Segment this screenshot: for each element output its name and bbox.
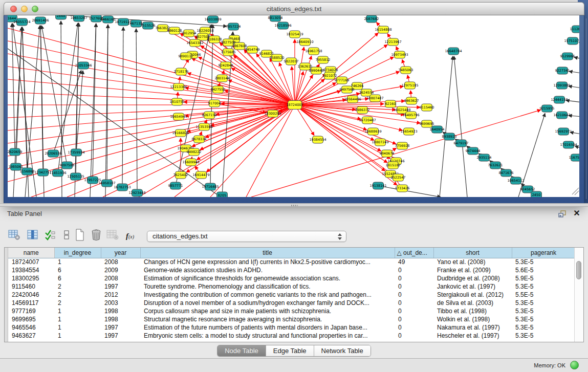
tab-edge-table[interactable]: Edge Table	[266, 345, 314, 356]
canvas-resize-grip-icon[interactable]	[572, 188, 579, 195]
table-cell[interactable]: 1	[54, 315, 101, 323]
table-cell[interactable]: 2012	[101, 291, 140, 299]
table-cell[interactable]: 14569117	[8, 299, 54, 307]
graph-node[interactable]: 12093885	[553, 82, 570, 89]
graph-node[interactable]: 7515526	[141, 22, 156, 29]
table-cell[interactable]: 0	[395, 274, 433, 282]
graph-node[interactable]: 6479197	[454, 140, 469, 147]
table-cell[interactable]: 2	[54, 282, 101, 291]
table-cell[interactable]: 9463627	[8, 332, 54, 340]
graph-node[interactable]: 9242848	[219, 62, 233, 69]
graph-node[interactable]: 18640910	[296, 38, 313, 46]
table-cell[interactable]: Investigating the contribution of common…	[140, 291, 395, 299]
graph-node[interactable]: 8678334	[192, 136, 207, 143]
select-columns-button[interactable]	[43, 228, 57, 244]
graph-node[interactable]: 20691406	[32, 17, 49, 24]
table-cell[interactable]: Corpus callosum shape and size in male p…	[140, 307, 395, 315]
table-cell[interactable]: Disruption of a novel member of a sodium…	[140, 299, 395, 307]
table-cell[interactable]: 1	[54, 258, 101, 266]
graph-node[interactable]: 8813054	[268, 15, 283, 21]
table-row[interactable]: 1456911722003Disruption of a novel membe…	[8, 299, 575, 307]
row-height-button[interactable]	[59, 228, 74, 244]
graph-node[interactable]: 12213967	[384, 38, 401, 46]
graph-node[interactable]: 5912954	[182, 30, 197, 37]
tab-node-table[interactable]: Node Table	[217, 345, 266, 356]
graph-node[interactable]: 10653287	[70, 15, 87, 21]
table-row[interactable]: 2242004622012Investigating the contribut…	[8, 291, 575, 299]
table-cell[interactable]: 9777169	[8, 307, 54, 315]
table-row[interactable]: 1938455462009Genome-wide association stu…	[8, 266, 575, 274]
graph-node[interactable]: 1112684	[570, 26, 579, 33]
graph-node[interactable]: 9498222	[187, 148, 202, 156]
close-panel-icon[interactable]: ✕	[573, 209, 581, 218]
table-cell[interactable]: de Silva et al. (2003)	[433, 299, 512, 307]
table-cell[interactable]: 0	[395, 282, 433, 291]
table-row[interactable]: 946362711997Embryonic stem cells: a mode…	[8, 332, 575, 340]
graph-node[interactable]: 12505135	[67, 173, 84, 180]
graph-node[interactable]: 12213386	[170, 83, 187, 91]
column-header-title[interactable]: title	[140, 248, 395, 258]
table-cell[interactable]: 49	[395, 258, 433, 266]
graph-node[interactable]: 8938923	[442, 133, 457, 140]
graph-node[interactable]: 8186328	[207, 36, 222, 43]
graph-node[interactable]: 9227341	[555, 67, 570, 74]
table-cell[interactable]: 9115460	[8, 282, 54, 291]
graph-node[interactable]: 8454749	[245, 46, 260, 53]
table-cell[interactable]: Wolkin et al. (1998)	[433, 315, 512, 323]
table-cell[interactable]: 5.3E-5	[512, 299, 575, 307]
table-cell[interactable]: 19384554	[8, 266, 54, 274]
table-cell[interactable]: 1997	[101, 323, 140, 332]
table-cell[interactable]: Stergiakouli et al. (2012)	[433, 291, 512, 299]
table-row[interactable]: 911546021997Tourette syndrome. Phenomeno…	[8, 282, 575, 291]
graph-node[interactable]: 7625402	[173, 171, 188, 179]
column-header-short[interactable]: short	[433, 248, 512, 258]
table-cell[interactable]: 5.3E-5	[512, 307, 575, 315]
graph-node[interactable]: 9463627	[404, 97, 419, 104]
table-cell[interactable]: 5.9E-5	[512, 274, 575, 282]
panel-splitter[interactable]	[0, 203, 588, 207]
graph-node[interactable]: 7485063	[399, 67, 413, 74]
graph-node[interactable]: 9699695	[420, 120, 434, 127]
column-header-pagerank[interactable]: pagerank	[512, 248, 575, 258]
table-cell[interactable]: 6	[54, 274, 101, 282]
graph-node[interactable]: 8205	[217, 192, 228, 197]
table-cell[interactable]: 1998	[101, 307, 140, 315]
graph-node[interactable]: 7857224	[226, 23, 241, 30]
table-cell[interactable]: 2	[54, 291, 101, 299]
graph-node[interactable]: 1167533	[569, 154, 579, 161]
graph-node[interactable]: 2087682	[364, 15, 379, 23]
graph-node[interactable]: 8990448	[309, 67, 324, 74]
column-header-in_degree[interactable]: in_degree	[54, 248, 101, 258]
graph-node[interactable]: 9890112	[179, 53, 193, 60]
graph-node[interactable]: 15751074	[564, 37, 579, 45]
graph-node[interactable]: 16033809	[204, 16, 221, 23]
table-cell[interactable]: 5.3E-5	[512, 323, 575, 332]
graph-node[interactable]: 2935114	[477, 154, 492, 161]
graph-node[interactable]: 9129966	[560, 53, 575, 60]
table-cell[interactable]: 0	[395, 315, 433, 323]
table-row[interactable]: 969969511998Structural magnetic resonanc…	[8, 315, 575, 323]
graph-node[interactable]: 19138141	[369, 182, 386, 189]
graph-node[interactable]: 16961758	[305, 48, 322, 55]
table-cell[interactable]: 18300295	[8, 274, 54, 282]
table-cell[interactable]: Changes of HCN gene expression and I(f) …	[140, 258, 395, 266]
table-cell[interactable]: Tibbo et al. (1998)	[433, 307, 512, 315]
table-cell[interactable]: 0	[395, 307, 433, 315]
graph-node[interactable]: 10973493	[391, 51, 408, 58]
table-cell[interactable]: 18724007	[8, 258, 54, 266]
graph-node[interactable]: 11353594	[195, 123, 212, 130]
graph-node[interactable]: 18325419	[286, 31, 303, 38]
table-row[interactable]: 977716911998Corpus callosum shape and si…	[8, 307, 575, 315]
graph-node[interactable]: 11451936	[49, 169, 66, 177]
memory-status-led-icon[interactable]	[570, 361, 579, 369]
graph-node[interactable]: 15720407	[359, 117, 376, 124]
table-cell[interactable]: 9699695	[8, 315, 54, 323]
graph-node[interactable]: 19384554	[309, 136, 326, 143]
table-cell[interactable]: Genome-wide association studies in ADHD.	[140, 266, 395, 274]
graph-node[interactable]: 9840674	[380, 150, 395, 157]
graph-node[interactable]: 17016504	[560, 141, 577, 148]
graph-node[interactable]: 9474444	[466, 147, 481, 155]
table-cell[interactable]: 1	[54, 332, 101, 340]
graph-node[interactable]: 1156868	[20, 168, 35, 175]
delete-table-button[interactable]	[105, 228, 120, 244]
